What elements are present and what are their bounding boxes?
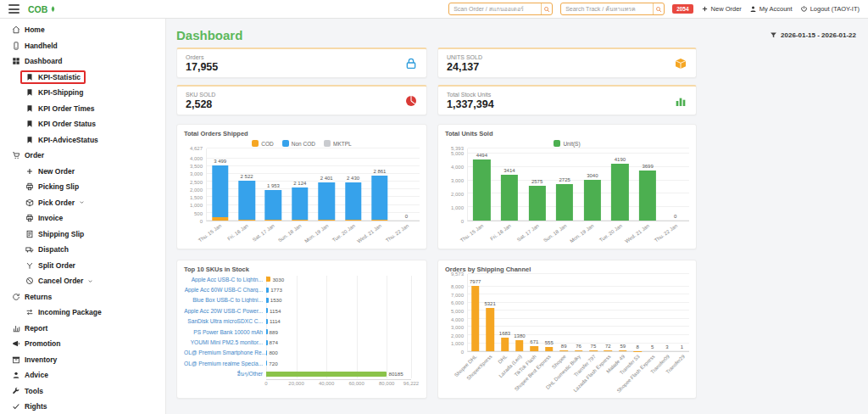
sidebar-item-handheld[interactable]: Handheld — [0, 38, 165, 54]
search-icon[interactable] — [541, 3, 552, 14]
sidebar-item-dispatch[interactable]: Dispatch — [0, 242, 165, 258]
check-icon — [12, 402, 20, 411]
bar-sun-18-jan: 2725 — [551, 148, 579, 221]
sidebar-item-returns[interactable]: Returns — [0, 289, 165, 305]
date-range-filter[interactable]: 2026-01-15 - 2026-01-22 — [770, 31, 856, 39]
cancel-icon — [25, 277, 34, 285]
sidebar-item-report[interactable]: Report — [0, 321, 165, 337]
home-icon — [12, 25, 20, 34]
new-order-label: New Order — [711, 5, 742, 13]
menu-icon[interactable] — [8, 4, 19, 14]
sku-label[interactable]: OL@ Premium realme Specia... — [184, 361, 266, 366]
bar-tiktok-flash: 671 — [527, 274, 542, 351]
legend-item[interactable]: Non COD — [282, 140, 315, 147]
legend-item[interactable]: MKTPL — [324, 140, 352, 147]
sidebar-item-label: KPI-Statistic — [38, 73, 81, 81]
sidebar-item-label: Shipping Slip — [38, 230, 84, 238]
search-track-input[interactable] — [561, 6, 653, 12]
sidebar-item-label: Split Order — [38, 261, 75, 270]
bar-value: 76 — [576, 344, 581, 349]
bar-value: 1530 — [270, 297, 282, 303]
sidebar-item-tools[interactable]: Tools — [0, 383, 165, 400]
sidebar-item-label: Incoming Package — [38, 308, 102, 316]
sidebar-item-rights[interactable]: Rights — [0, 399, 165, 414]
bar-value: 800 — [269, 350, 277, 355]
sidebar-item-advice[interactable]: Advice — [0, 367, 165, 383]
sidebar-item-incoming-package[interactable]: Incoming Package — [0, 305, 165, 321]
sidebar-item-kpi-order-times[interactable]: KPI Order Times — [0, 101, 165, 117]
sidebar-item-split-order[interactable]: Split Order — [0, 258, 165, 274]
sidebar-item-label: Handheld — [25, 42, 58, 50]
kpi-value: 17,955 — [186, 61, 218, 73]
sku-label[interactable]: PS Power Bank 10000 mAh — [184, 329, 266, 335]
sidebar-item-kpi-order-status[interactable]: KPI Order Status — [0, 116, 165, 132]
bar-value: 1683 — [499, 331, 510, 336]
sidebar-item-kpi-advicestatus[interactable]: KPI-AdviceStatus — [0, 132, 165, 148]
pie-icon — [404, 94, 418, 108]
sidebar-item-shipping-slip[interactable]: Shipping Slip — [0, 227, 165, 243]
bar-tue-20-jan: 2 430 — [340, 148, 366, 221]
sku-label[interactable]: OL@ Premium Smartphone Re... — [184, 350, 266, 355]
cart-icon — [12, 151, 20, 159]
sku-row: อื่นๆ/Other80185 — [184, 369, 420, 379]
app-logo[interactable]: COB — [28, 4, 57, 14]
sku-label[interactable]: Apple Acc USB-C to Lightn... — [184, 277, 266, 283]
plot-area: Apple Acc USB-C to Lightn...3030Apple Ac… — [184, 274, 420, 388]
sku-label[interactable]: Apple Acc 20W USB-C Power... — [184, 308, 266, 314]
x-axis: 020,00040,00060,00080,00096,222 — [266, 379, 411, 388]
sidebar-item-label: Pick Order — [38, 199, 75, 207]
sku-label[interactable]: Blue Box USB-C to Lightni... — [184, 297, 266, 303]
chart-total-orders-shipped: Total Orders Shipped CODNon CODMKTPL0500… — [176, 124, 427, 249]
sidebar-item-invoice[interactable]: Invoice — [0, 210, 165, 227]
sku-label[interactable]: อื่นๆ/Other — [184, 369, 266, 378]
sidebar-item-picking-slip[interactable]: Picking Slip — [0, 179, 165, 195]
sidebar-item-dashboard[interactable]: Dashboard — [0, 53, 165, 70]
bar-value: 1 — [681, 344, 683, 350]
bar-value: 1773 — [270, 287, 282, 293]
sidebar-item-label: Inventory — [25, 355, 57, 364]
new-order-button[interactable]: New Order — [701, 5, 742, 13]
x-axis: Thu. 15 JanFri. 16 JanSat. 17 JanSun. 18… — [467, 221, 689, 243]
sku-label[interactable]: YOUMI Mini PM2.5 monitor... — [184, 339, 266, 345]
sidebar: HomeHandheldDashboardKPI-StatisticKPI-Sh… — [0, 19, 166, 414]
sidebar-item-order[interactable]: Order — [0, 148, 165, 164]
sidebar-item-cancel-order[interactable]: Cancel Order — [0, 273, 165, 289]
my-account-button[interactable]: My Account — [749, 5, 793, 13]
bar-shopee-best-express: 555 — [542, 274, 556, 351]
bar-value: 75 — [591, 344, 597, 349]
sidebar-item-promotion[interactable]: Promotion — [0, 336, 165, 352]
notification-badge[interactable]: 2054 — [672, 4, 693, 14]
bar-value: 5321 — [484, 301, 495, 306]
sidebar-item-inventory[interactable]: Inventory — [0, 352, 165, 368]
sku-label[interactable]: SanDisk Ultra microSDXC C... — [184, 318, 266, 324]
logout-button[interactable]: Logout (TAOY-IT) — [800, 5, 860, 13]
search-icon[interactable] — [653, 3, 664, 14]
power-icon — [800, 5, 808, 13]
bar-value: 89 — [561, 344, 567, 349]
bookmark-icon — [25, 120, 34, 128]
swap-icon — [25, 308, 34, 316]
bar-value: 72 — [605, 344, 611, 349]
sidebar-item-kpi-shipping[interactable]: KPI-Shipping — [0, 85, 165, 101]
plot-area: 3 4992 5221 9532 1242 4012 4302 8610 — [206, 148, 420, 221]
barchart-icon — [674, 94, 687, 108]
scan-order-input[interactable] — [449, 6, 541, 12]
search-track-search[interactable] — [560, 3, 665, 15]
person-icon — [749, 5, 757, 13]
legend-item[interactable]: COD — [252, 140, 273, 147]
bar-value: 3 — [665, 344, 668, 350]
sidebar-item-new-order[interactable]: New Order — [0, 164, 165, 180]
bar-value: 59 — [620, 344, 626, 349]
chart-total-units-sold: Total Units Sold Unit(S)01,0002,0003,000… — [437, 124, 697, 249]
sku-label[interactable]: Apple Acc 60W USB-C Charg... — [184, 287, 266, 293]
sidebar-item-pick-order[interactable]: Pick Order — [0, 195, 165, 211]
kpi-card-total-stock-units: Total Stock Units1,337,394 — [437, 85, 697, 115]
sidebar-item-home[interactable]: Home — [0, 22, 165, 38]
legend-item[interactable]: Unit(S) — [554, 140, 580, 147]
bar-value: 874 — [270, 339, 278, 345]
sidebar-item-kpi-statistic[interactable]: KPI-Statistic — [0, 70, 165, 86]
scan-order-search[interactable] — [448, 3, 553, 15]
truck-icon — [25, 245, 34, 254]
report-icon — [12, 324, 20, 333]
bar-value: 2 522 — [241, 174, 253, 179]
